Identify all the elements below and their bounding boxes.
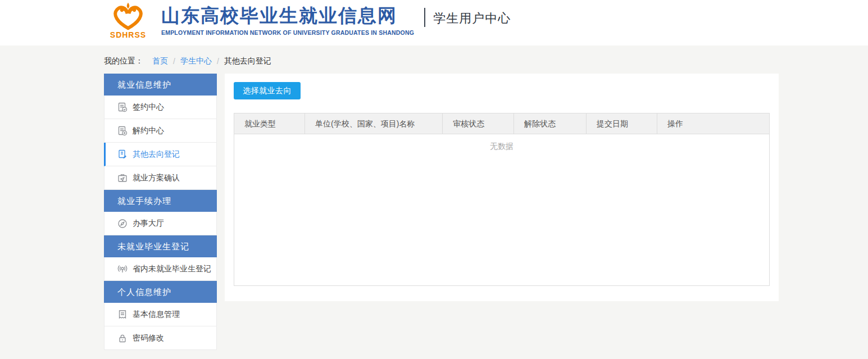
other-destination-icon [117,149,128,160]
sidebar-item-cancel-center[interactable]: 解约中心 [104,119,217,143]
destination-table: 就业类型 单位(学校、国家、项目)名称 审核状态 解除状态 提交日期 操作 无数… [234,113,770,286]
column-header-release-status: 解除状态 [513,113,586,134]
breadcrumb-student-center-link[interactable]: 学生中心 [180,56,212,66]
compass-icon [117,219,128,229]
breadcrumb-home-link[interactable]: 首页 [152,56,168,66]
site-header: SDHRSS 山东高校毕业生就业信息网 EMPLOYMENT INFORMATI… [0,0,868,46]
contract-sign-icon [117,102,128,112]
sidebar: 就业信息维护 签约中心 解约中心 [104,74,217,350]
sidebar-item-other-destination[interactable]: 其他去向登记 [104,143,217,166]
site-logo[interactable]: SDHRSS [104,2,152,38]
column-header-actions: 操作 [657,113,769,134]
broadcast-icon [117,264,128,274]
sidebar-section-unemployed-registration: 未就业毕业生登记 [104,235,217,257]
column-header-unit-name: 单位(学校、国家、项目)名称 [305,113,442,134]
sidebar-item-service-hall[interactable]: 办事大厅 [104,212,217,235]
sidebar-item-change-password[interactable]: 密码修改 [104,326,217,350]
sidebar-item-sign-center[interactable]: 签约中心 [104,96,217,119]
breadcrumb-separator: / [173,57,175,66]
portal-name: 学生用户中心 [433,10,511,27]
breadcrumb: 我的位置： 首页 / 学生中心 / 其他去向登记 [104,56,868,66]
site-title: 山东高校毕业生就业信息网 [161,6,414,26]
lock-icon [117,333,128,343]
sdhrss-logo-icon [104,2,152,31]
sidebar-section-employment-info: 就业信息维护 [104,74,217,96]
logo-text: SDHRSS [104,31,152,38]
profile-receipt-icon [117,310,128,320]
sidebar-item-label: 签约中心 [133,102,164,112]
column-header-employment-type: 就业类型 [234,113,305,134]
sidebar-item-label: 其他去向登记 [133,149,180,160]
sidebar-item-plan-confirm[interactable]: 就业方案确认 [104,166,217,190]
title-divider [424,8,425,27]
sidebar-item-label: 就业方案确认 [133,173,180,183]
sidebar-item-province-unemployed[interactable]: 省内未就业毕业生登记 [104,257,217,281]
table-header-row: 就业类型 单位(学校、国家、项目)名称 审核状态 解除状态 提交日期 操作 [234,113,769,134]
sidebar-section-procedures: 就业手续办理 [104,190,217,212]
site-title-block: 山东高校毕业生就业信息网 EMPLOYMENT INFORMATION NETW… [161,2,414,36]
plan-confirm-icon [117,173,128,183]
breadcrumb-prefix: 我的位置： [104,56,143,66]
sidebar-item-label: 省内未就业毕业生登记 [133,264,211,274]
sidebar-item-label: 基本信息管理 [133,310,180,320]
breadcrumb-current: 其他去向登记 [224,56,271,66]
breadcrumb-separator: / [217,57,219,66]
column-header-submit-date: 提交日期 [586,113,657,134]
sidebar-item-label: 密码修改 [133,333,164,343]
main-panel: 选择就业去向 就业类型 单位(学校、国家、项目)名称 审核状态 解除状态 提交日… [225,74,779,301]
contract-cancel-icon [117,126,128,136]
sidebar-section-personal-info: 个人信息维护 [104,281,217,303]
site-subtitle: EMPLOYMENT INFORMATION NETWORK OF UNIVER… [161,29,414,36]
sidebar-item-label: 办事大厅 [133,219,164,229]
sidebar-item-label: 解约中心 [133,126,164,136]
sidebar-item-basic-info[interactable]: 基本信息管理 [104,303,217,326]
table-empty-state: 无数据 [234,134,769,285]
column-header-review-status: 审核状态 [442,113,513,134]
select-employment-destination-button[interactable]: 选择就业去向 [234,82,301,99]
